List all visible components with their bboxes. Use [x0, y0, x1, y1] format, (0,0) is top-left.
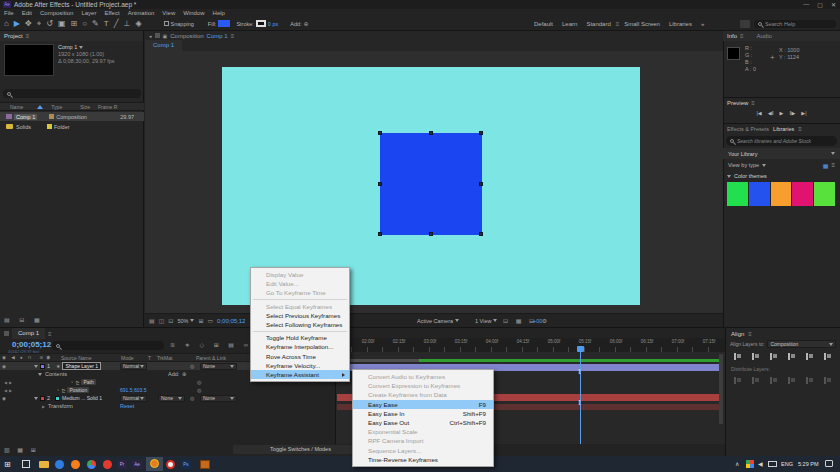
- layer-name[interactable]: Medium ... Solid 1: [62, 395, 102, 401]
- handle[interactable]: [429, 232, 433, 236]
- menu-item-select-equal-keyframes[interactable]: Select Equal Keyframes: [251, 302, 349, 311]
- project-tab[interactable]: Project: [4, 33, 23, 39]
- chevron-down-icon[interactable]: [762, 164, 766, 167]
- project-footer-icons[interactable]: ▤ ⊟ ▦: [4, 316, 44, 323]
- column-t[interactable]: T: [148, 355, 151, 361]
- snapping-checkbox[interactable]: [164, 21, 169, 26]
- mask-visibility-icon[interactable]: ⊞: [198, 317, 203, 324]
- handle[interactable]: [479, 182, 483, 186]
- menu-help[interactable]: Help: [209, 10, 229, 16]
- opera-icon[interactable]: [103, 460, 112, 469]
- start-button[interactable]: ⊞: [4, 460, 11, 469]
- reset-link[interactable]: Reset: [120, 403, 134, 409]
- align-right-button[interactable]: [770, 353, 778, 360]
- project-col-type[interactable]: Type: [51, 104, 62, 110]
- last-frame-button[interactable]: ▶|: [801, 110, 806, 116]
- app-icon[interactable]: [200, 460, 210, 469]
- color-swatch[interactable]: [814, 182, 835, 206]
- handle[interactable]: [479, 131, 483, 135]
- blend-mode-select[interactable]: Normal: [120, 363, 147, 370]
- submenu-item-easy-ease-out[interactable]: Easy Ease Out Ctrl+Shift+F9: [353, 418, 493, 427]
- sort-arrow-icon[interactable]: [37, 105, 43, 109]
- handle[interactable]: [378, 182, 382, 186]
- minimize-button[interactable]: —: [799, 1, 813, 8]
- blend-mode-select[interactable]: Normal: [120, 395, 147, 402]
- project-row-name[interactable]: Solids: [16, 124, 31, 130]
- camera-select[interactable]: Active Camera: [417, 318, 459, 324]
- shape-layer-square[interactable]: [380, 133, 482, 235]
- workspace-default[interactable]: Default: [530, 21, 557, 27]
- menu-view[interactable]: View: [158, 10, 179, 16]
- menu-item-select-previous-keyframes[interactable]: Select Previous Keyframes: [251, 311, 349, 320]
- position-value[interactable]: 691.5,603.5: [120, 387, 146, 393]
- submenu-item-convert-audio[interactable]: Convert Audio to Keyframes: [353, 372, 493, 381]
- language-indicator[interactable]: ENG: [781, 461, 793, 467]
- effects-presets-tab[interactable]: Effects & Presets: [727, 126, 769, 132]
- menu-edit[interactable]: Edit: [18, 10, 36, 16]
- distribute-button[interactable]: [788, 377, 796, 384]
- align-panel-menu-icon[interactable]: ≡: [748, 331, 752, 337]
- grid-guides-icon[interactable]: ⊡: [168, 317, 173, 324]
- transform-row[interactable]: ▶ Transform Reset: [0, 402, 335, 410]
- always-preview-icon[interactable]: ▤: [149, 317, 155, 324]
- type-tool[interactable]: T: [104, 19, 109, 29]
- workspace-small-screen[interactable]: Small Screen: [620, 21, 664, 27]
- distribute-button[interactable]: [752, 377, 760, 384]
- volume-icon[interactable]: ◀: [758, 460, 763, 467]
- distribute-button[interactable]: [824, 377, 832, 384]
- timeline-footer-icons[interactable]: ▥ ▦ ⊞: [4, 446, 39, 453]
- view-layout-select[interactable]: 1 View: [475, 318, 497, 324]
- menu-item-display-value[interactable]: Display Value: [251, 270, 349, 279]
- timeline-search-box[interactable]: [52, 341, 164, 350]
- menu-file[interactable]: File: [0, 10, 18, 16]
- align-bottom-button[interactable]: [824, 353, 832, 360]
- after-effects-icon[interactable]: Ae: [132, 460, 142, 469]
- puppet-tool[interactable]: ⊥: [123, 19, 130, 29]
- align-vcenter-button[interactable]: [806, 353, 814, 360]
- handle[interactable]: [479, 232, 483, 236]
- position-label[interactable]: Position: [67, 387, 89, 393]
- chevron-down-icon[interactable]: [79, 46, 83, 49]
- submenu-item-create-keyframes-from-data[interactable]: Create Keyframes from Data: [353, 390, 493, 399]
- group-expand-icon[interactable]: [38, 373, 42, 376]
- submenu-item-easy-ease-in[interactable]: Easy Ease In Shift+F9: [353, 409, 493, 418]
- workspace-overflow-icon[interactable]: »: [697, 21, 708, 27]
- firefox-icon[interactable]: [71, 460, 80, 469]
- align-top-button[interactable]: [788, 353, 796, 360]
- keyframe-marker[interactable]: I: [578, 368, 581, 376]
- distribute-button[interactable]: [806, 377, 814, 384]
- menu-item-keyframe-velocity[interactable]: Keyframe Velocity...: [251, 361, 349, 370]
- distribute-button[interactable]: [734, 377, 742, 384]
- color-swatch[interactable]: [749, 182, 770, 206]
- layer-color-chip[interactable]: [40, 364, 45, 369]
- menu-item-edit-value[interactable]: Edit Value...: [251, 279, 349, 288]
- exposure-value[interactable]: +00: [533, 318, 542, 324]
- layer-row-solid[interactable]: ◉ 2 Medium ... Solid 1 Normal None ◎ Non…: [0, 394, 335, 402]
- layer-color-chip[interactable]: [40, 396, 45, 401]
- project-row-name[interactable]: Comp 1: [14, 114, 37, 120]
- submenu-item-time-reverse-keyframes[interactable]: Time-Reverse Keyframes: [353, 455, 493, 464]
- project-col-name[interactable]: Name: [10, 104, 23, 110]
- toggle-switches-button[interactable]: Toggle Switches / Modes: [233, 445, 368, 454]
- column-parent-link[interactable]: Parent & Link: [196, 355, 226, 361]
- menu-animation[interactable]: Animation: [124, 10, 159, 16]
- zoom-select[interactable]: 50%: [177, 318, 194, 324]
- close-button[interactable]: ✕: [827, 1, 840, 8]
- libraries-tab[interactable]: Libraries: [773, 126, 794, 132]
- section-collapse-icon[interactable]: [727, 175, 731, 178]
- rotate-tool[interactable]: ↺: [46, 19, 53, 29]
- column-trkmat[interactable]: TrkMat: [157, 355, 172, 361]
- menu-item-rove-across-time[interactable]: Rove Across Time: [251, 352, 349, 361]
- prev-keyframe-icon[interactable]: ◀: [4, 388, 7, 393]
- add-property-icon[interactable]: ⊕: [182, 371, 187, 377]
- align-left-button[interactable]: [734, 353, 742, 360]
- tray-expand-icon[interactable]: ∧: [735, 460, 739, 467]
- submenu-item-sequence-layers[interactable]: Sequence Layers...: [353, 446, 493, 455]
- eye-icon[interactable]: ◉: [2, 396, 6, 401]
- handle[interactable]: [378, 131, 382, 135]
- photoshop-icon[interactable]: Ps: [181, 460, 191, 469]
- submenu-item-rpf-camera-import[interactable]: RPF Camera Import: [353, 436, 493, 445]
- viewer-tab-comp1[interactable]: Comp 1: [145, 40, 182, 51]
- submenu-item-convert-expression[interactable]: Convert Expression to Keyframes: [353, 381, 493, 390]
- color-swatch[interactable]: [727, 182, 748, 206]
